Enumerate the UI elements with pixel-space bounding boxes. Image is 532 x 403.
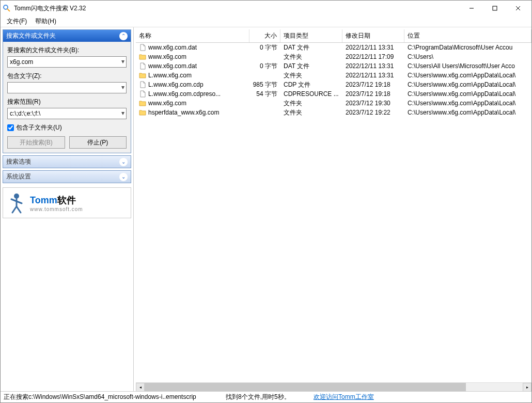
table-row[interactable]: L.www.x6g.com.cdpreso...54 字节CDPRESOURCE… <box>136 89 531 99</box>
options-panel-header[interactable]: 搜索选项 ⌄ <box>3 156 131 168</box>
horizontal-scrollbar[interactable]: ◂ ▸ <box>136 382 531 391</box>
search-panel-header[interactable]: 搜索文件或文件夹 ⌃ <box>3 30 131 42</box>
table-row[interactable]: www.x6g.com.dat0 字节DAT 文件2022/12/11 13:3… <box>136 43 531 52</box>
contains-input[interactable] <box>7 82 127 93</box>
svg-line-1 <box>7 9 10 11</box>
cell-location: C:\Users\ <box>404 53 531 61</box>
cell-type: CDP 文件 <box>280 80 342 90</box>
chevron-down-icon: ⌄ <box>119 158 128 166</box>
table-row[interactable]: www.x6g.com文件夹2023/7/12 19:30C:\Users\ww… <box>136 99 531 108</box>
file-icon <box>139 62 146 70</box>
table-row[interactable]: L.www.x6g.com.cdp985 字节CDP 文件2023/7/12 1… <box>136 80 531 89</box>
folder-icon <box>139 53 146 60</box>
cell-size <box>249 112 280 113</box>
scroll-thumb[interactable] <box>145 383 466 391</box>
col-date[interactable]: 修改日期 <box>342 29 404 42</box>
contains-label: 包含文字(Z): <box>7 72 127 80</box>
logo-figure-icon <box>7 192 26 214</box>
cell-location: C:\Users\www.x6g.com\AppData\Local\ <box>404 80 531 89</box>
status-link[interactable]: 欢迎访问Tomm工作室 <box>314 393 374 400</box>
cell-size: 985 字节 <box>249 80 280 90</box>
app-window: Tomm闪电文件搜索 V2.32 文件(F) 帮助(H) 搜索文件或文件夹 ⌃ … <box>0 0 532 403</box>
cell-type: 文件夹 <box>280 52 342 62</box>
cell-location: C:\Users\www.x6g.com\AppData\Local\ <box>404 108 531 117</box>
cell-size <box>249 56 280 57</box>
col-size[interactable]: 大小 <box>249 29 280 42</box>
cell-location: C:\Users\www.x6g.com\AppData\Local\ <box>404 71 531 79</box>
options-panel: 搜索选项 ⌄ <box>3 155 131 168</box>
cell-name: www.x6g.com.dat <box>136 43 249 52</box>
subfolders-label: 包含子文件夹(U) <box>16 123 62 132</box>
app-icon <box>3 4 11 12</box>
file-icon <box>139 81 146 88</box>
cell-date: 2022/12/11 13:31 <box>342 62 404 70</box>
cell-location: C:\Users\www.x6g.com\AppData\Local\ <box>404 90 531 98</box>
cell-location: C:\Users\All Users\Microsoft\User Acco <box>404 62 531 70</box>
scroll-right-button[interactable]: ▸ <box>523 383 531 391</box>
target-input[interactable] <box>7 56 127 68</box>
menu-help[interactable]: 帮助(H) <box>31 16 60 27</box>
cell-location: C:\Users\www.x6g.com\AppData\Local\ <box>404 99 531 107</box>
folder-icon <box>139 100 146 107</box>
stop-button[interactable]: 停止(P) <box>69 136 127 149</box>
cell-size <box>249 75 280 76</box>
cell-type: 文件夹 <box>280 99 342 108</box>
col-type[interactable]: 项目类型 <box>280 29 342 42</box>
cell-name: L.www.x6g.com.cdpreso... <box>136 90 249 98</box>
minimize-button[interactable] <box>460 1 483 15</box>
status-found: 找到8个文件,用时5秒。 <box>223 392 310 402</box>
list-header: 名称 大小 项目类型 修改日期 位置 <box>136 29 531 43</box>
folder-icon <box>139 109 146 116</box>
window-title: Tomm闪电文件搜索 V2.32 <box>14 4 460 13</box>
cell-date: 2023/7/12 19:18 <box>342 90 404 98</box>
status-link-wrap: 欢迎访问Tomm工作室 <box>310 392 377 402</box>
search-panel: 搜索文件或文件夹 ⌃ 要搜索的文件或文件夹(B): 包含文字(Z): 搜索范围(… <box>3 29 131 153</box>
cell-name: L.www.x6g.com <box>136 71 249 79</box>
list-body[interactable]: www.x6g.com.dat0 字节DAT 文件2022/12/11 13:3… <box>136 43 531 382</box>
logo-box: Tomm软件 www.tommsoft.com <box>3 187 131 218</box>
logo-url: www.tommsoft.com <box>30 206 83 212</box>
chevron-up-icon: ⌃ <box>119 32 128 40</box>
settings-panel-header[interactable]: 系统设置 ⌄ <box>3 171 131 183</box>
target-label: 要搜索的文件或文件夹(B): <box>7 46 127 55</box>
table-row[interactable]: www.x6g.com文件夹2022/12/11 17:09C:\Users\ <box>136 52 531 61</box>
statusbar: 正在搜索c:\Windows\WinSxS\amd64_microsoft-wi… <box>1 391 531 402</box>
table-row[interactable]: L.www.x6g.com文件夹2022/12/11 13:31C:\Users… <box>136 71 531 80</box>
settings-panel-title: 系统设置 <box>6 172 31 181</box>
table-row[interactable]: www.x6g.com.dat0 字节DAT 文件2022/12/11 13:3… <box>136 61 531 71</box>
cell-size <box>249 103 280 104</box>
cell-size: 0 字节 <box>249 43 280 53</box>
cell-type: DAT 文件 <box>280 43 342 53</box>
logo-brand: Tomm软件 <box>30 194 83 206</box>
table-row[interactable]: hsperfdata_www.x6g.com文件夹2023/7/12 19:22… <box>136 108 531 117</box>
scroll-left-button[interactable]: ◂ <box>136 383 145 391</box>
col-location[interactable]: 位置 <box>404 29 531 42</box>
cell-type: 文件夹 <box>280 108 342 118</box>
cell-date: 2022/12/11 13:31 <box>342 71 404 79</box>
cell-size: 54 字节 <box>249 89 280 99</box>
start-search-button[interactable]: 开始搜索(B) <box>7 136 65 149</box>
chevron-down-icon: ⌄ <box>119 173 128 181</box>
menu-file[interactable]: 文件(F) <box>3 16 31 27</box>
scroll-track[interactable] <box>145 383 523 391</box>
file-icon <box>139 90 146 98</box>
close-button[interactable] <box>506 1 529 15</box>
cell-name: hsperfdata_www.x6g.com <box>136 108 249 117</box>
content-area: 搜索文件或文件夹 ⌃ 要搜索的文件或文件夹(B): 包含文字(Z): 搜索范围(… <box>1 27 531 391</box>
cell-name: www.x6g.com <box>136 99 249 107</box>
file-icon <box>139 44 146 51</box>
search-panel-body: 要搜索的文件或文件夹(B): 包含文字(Z): 搜索范围(R) 包含子文件夹(U… <box>3 42 131 153</box>
titlebar: Tomm闪电文件搜索 V2.32 <box>1 1 531 16</box>
col-name[interactable]: 名称 <box>136 29 249 42</box>
folder-icon <box>139 72 146 79</box>
maximize-button[interactable] <box>483 1 506 15</box>
svg-rect-3 <box>493 6 497 10</box>
subfolders-checkbox[interactable] <box>7 124 14 131</box>
scope-input[interactable] <box>7 108 127 119</box>
cell-date: 2022/12/11 17:09 <box>342 53 404 61</box>
scope-label: 搜索范围(R) <box>7 98 127 106</box>
cell-name: www.x6g.com <box>136 53 249 61</box>
cell-type: 文件夹 <box>280 71 342 80</box>
cell-type: CDPRESOURCE ... <box>280 90 342 98</box>
cell-name: www.x6g.com.dat <box>136 62 249 70</box>
